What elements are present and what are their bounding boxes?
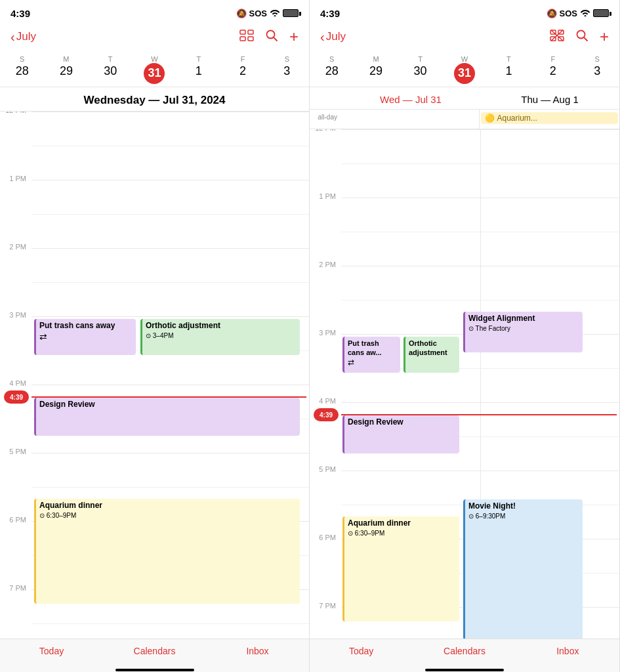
tab-inbox-left[interactable]: Inbox <box>206 646 309 656</box>
event-r-design-review[interactable]: Design Review <box>342 415 459 453</box>
svg-rect-0 <box>240 30 245 34</box>
event-aquarium-dinner[interactable]: Aquarium dinner ⊙ 6:30–9PM <box>34 499 300 604</box>
day-header-wed[interactable]: Wed — Jul 31 <box>341 87 480 109</box>
week-header-left: S 28 M 29 T 30 W 31 T 1 F 2 S 3 <box>0 52 309 87</box>
tab-today-right[interactable]: Today <box>310 646 413 656</box>
event-put-trash[interactable]: Put trash cans away ⇄ <box>34 319 136 355</box>
week-day-col-r1[interactable]: M 29 <box>354 55 398 84</box>
split-day-headers: Wed — Jul 31 Thu — Aug 1 <box>310 87 619 110</box>
event-r-orthotic[interactable]: Orthoticadjustment <box>403 337 459 373</box>
event-r-put-trash[interactable]: Put trashcans aw... ⇄ <box>342 337 400 373</box>
time-label: 6 PM <box>0 516 31 555</box>
time-label: 5 PM <box>0 448 31 487</box>
allday-row: all-day 🟡 Aquarium... <box>310 110 619 129</box>
now-bubble-right: 4:39 <box>314 408 339 421</box>
nav-back-right[interactable]: ‹ July <box>320 30 346 45</box>
event-r-widget-alignment[interactable]: Widget Alignment ⊙ The Factory <box>463 312 583 352</box>
allday-wed <box>341 110 480 129</box>
time-grid-right: 12 PM 1 PM <box>310 129 619 639</box>
tl-r-3pm: 3 PM <box>310 329 341 368</box>
week-header-right: S 28 M 29 T 30 W 31 T 1 F 2 S 3 <box>310 52 619 87</box>
week-day-col-5[interactable]: F 2 <box>220 55 264 84</box>
sos-right: SOS <box>560 9 577 18</box>
battery-icon-right <box>593 9 609 17</box>
back-arrow-right: ‹ <box>320 30 325 45</box>
sos-left: SOS <box>249 9 267 18</box>
status-time-right: 4:39 <box>320 8 340 19</box>
status-icons-left: 🔕 SOS <box>236 9 299 18</box>
allday-event-aquarium[interactable]: 🟡 Aquarium... <box>481 112 619 124</box>
time-label: 7 PM <box>0 584 31 623</box>
calendar-scroll-right[interactable]: 12 PM 1 PM <box>310 129 619 639</box>
allday-thu: 🟡 Aquarium... <box>480 110 620 129</box>
event-r-movie-night[interactable]: Movie Night! ⊙ 6–9:30PM <box>463 499 583 639</box>
status-bar-right: 4:39 🔕 SOS <box>310 0 619 24</box>
week-day-col-r6[interactable]: S 3 <box>575 55 619 84</box>
week-day-col-r5[interactable]: F 2 <box>531 55 575 84</box>
time-label: 2 PM <box>0 243 31 282</box>
time-label: 3 PM <box>0 311 31 350</box>
week-day-col-1[interactable]: M 29 <box>44 55 88 84</box>
status-time-left: 4:39 <box>10 8 30 19</box>
tl-r-2pm: 2 PM <box>310 261 341 300</box>
allday-label: all-day <box>310 110 341 129</box>
status-icons-right: 🔕 SOS <box>547 9 609 18</box>
time-grid-left: 12 PM 1 PM 2 PM 3 PM 4 PM 5 PM 6 PM <box>0 112 309 639</box>
week-day-col-0[interactable]: S 28 <box>0 55 44 84</box>
wifi-icon-left <box>270 9 280 18</box>
svg-rect-2 <box>240 37 245 41</box>
week-day-col-r0[interactable]: S 28 <box>310 55 354 84</box>
tl-r-1pm: 1 PM <box>310 192 341 232</box>
allday-event-title: Aquarium... <box>497 114 537 123</box>
day-header-left: Wednesday — Jul 31, 2024 <box>0 87 309 112</box>
week-day-col-3-today[interactable]: W 31 <box>133 55 176 84</box>
add-icon-right[interactable]: + <box>600 29 609 45</box>
search-icon-right[interactable] <box>576 30 588 44</box>
week-day-col-4[interactable]: T 1 <box>176 55 220 84</box>
svg-line-5 <box>274 37 277 41</box>
day-header-thu[interactable]: Thu — Aug 1 <box>480 87 619 109</box>
tab-bar-left: Today Calendars Inbox <box>0 639 309 672</box>
nav-icons-left: + <box>239 29 299 45</box>
time-label: 1 PM <box>0 175 31 214</box>
event-r-aquarium-dinner[interactable]: Aquarium dinner ⊙ 6:30–9PM <box>342 516 459 621</box>
svg-rect-1 <box>248 30 253 34</box>
tab-calendars-right[interactable]: Calendars <box>413 646 516 656</box>
tab-today-left[interactable]: Today <box>0 646 103 656</box>
tl-r-7pm: 7 PM <box>310 602 341 639</box>
nav-icons-right: + <box>550 29 609 45</box>
back-arrow-left: ‹ <box>10 30 15 45</box>
week-day-col-2[interactable]: T 30 <box>89 55 133 84</box>
tab-calendars-left[interactable]: Calendars <box>103 646 206 656</box>
week-day-col-6[interactable]: S 3 <box>265 55 309 84</box>
now-bubble-left: 4:39 <box>4 390 29 404</box>
tab-bar-right: Today Calendars Inbox <box>310 639 619 672</box>
svg-rect-3 <box>248 37 253 41</box>
nav-back-label-right[interactable]: July <box>326 30 346 43</box>
phone-panel-right: 4:39 🔕 SOS ‹ July + S 28 <box>310 0 620 672</box>
tl-r-6pm: 6 PM <box>310 534 341 573</box>
nav-back-left[interactable]: ‹ July <box>10 30 36 45</box>
week-day-col-r3-today[interactable]: W 31 <box>442 55 486 84</box>
add-icon-left[interactable]: + <box>289 29 299 45</box>
nav-bar-left: ‹ July + <box>0 24 309 52</box>
nav-back-label-left[interactable]: July <box>16 30 36 43</box>
event-orthotic[interactable]: Orthotic adjustment ⊙ 3–4PM <box>140 319 300 355</box>
bell-icon-right: 🔕 <box>547 9 557 18</box>
battery-icon-left <box>283 9 299 17</box>
week-day-col-r2[interactable]: T 30 <box>398 55 442 84</box>
search-icon-left[interactable] <box>266 30 278 45</box>
bell-icon-left: 🔕 <box>236 9 247 18</box>
wifi-icon-right <box>580 9 590 18</box>
tab-inbox-right[interactable]: Inbox <box>516 646 619 656</box>
svg-line-13 <box>584 37 587 41</box>
week-day-col-r4[interactable]: T 1 <box>487 55 531 84</box>
grid-icon-right[interactable] <box>550 30 564 44</box>
grid-icon-left[interactable] <box>239 30 254 45</box>
now-line-right: 4:39 <box>341 414 617 415</box>
calendar-scroll-left[interactable]: 12 PM 1 PM 2 PM 3 PM 4 PM 5 PM 6 PM <box>0 112 309 639</box>
nav-bar-right: ‹ July + <box>310 24 619 52</box>
tl-r-5pm: 5 PM <box>310 465 341 505</box>
phone-panel-left: 4:39 🔕 SOS ‹ July + S 28 <box>0 0 310 672</box>
event-design-review[interactable]: Design Review <box>34 398 300 436</box>
